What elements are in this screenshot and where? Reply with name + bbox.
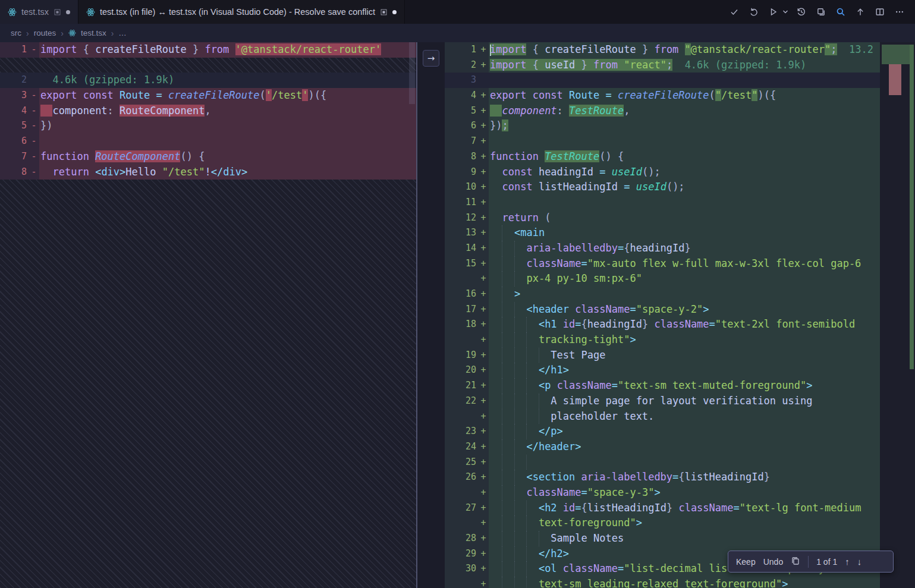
code-text[interactable]: <main — [489, 225, 880, 241]
line-number[interactable] — [445, 409, 478, 425]
line-number[interactable]: 30 — [445, 561, 478, 577]
line-number[interactable]: 5 — [445, 103, 478, 119]
code-line[interactable]: 10+const listHeadingId = useId(); — [445, 180, 880, 195]
code-text[interactable] — [489, 73, 880, 88]
code-line[interactable]: +className="space-y-3"> — [445, 485, 880, 501]
tab-test-tsx[interactable]: test.tsx — [0, 0, 78, 24]
code-text[interactable] — [489, 195, 880, 210]
line-number[interactable]: 29 — [445, 546, 478, 562]
discard-icon[interactable] — [746, 4, 762, 20]
check-icon[interactable] — [727, 4, 742, 20]
code-text[interactable]: import { useId } from "react"; 4.6k (gzi… — [489, 58, 880, 73]
code-text[interactable]: function TestRoute() { — [489, 149, 880, 165]
code-line[interactable]: 5-}) — [0, 118, 416, 134]
code-line[interactable]: 27+<h2 id={listHeadingId} className="tex… — [445, 501, 880, 516]
code-text[interactable] — [489, 134, 880, 149]
line-number[interactable]: 14 — [445, 241, 478, 256]
line-number[interactable] — [445, 332, 478, 348]
undo-button[interactable]: Undo — [763, 557, 783, 567]
code-text[interactable]: </h1> — [489, 363, 880, 378]
code-line[interactable]: 21+<p className="text-sm text-muted-fore… — [445, 378, 880, 394]
split-editor-icon[interactable] — [872, 4, 888, 20]
code-text[interactable]: Sample Notes — [489, 531, 880, 546]
scrollbar-slider[interactable] — [409, 42, 415, 104]
code-line[interactable]: 16+> — [445, 287, 880, 302]
code-text[interactable] — [489, 455, 880, 470]
code-line[interactable]: 8+function TestRoute() { — [445, 149, 880, 165]
line-number[interactable] — [445, 577, 478, 588]
copy-icon[interactable] — [813, 4, 829, 20]
code-text[interactable]: }); — [489, 118, 880, 134]
code-line[interactable]: 24.6k (gzipped: 1.9k) — [0, 73, 416, 88]
line-number[interactable] — [445, 271, 478, 287]
line-number[interactable]: 7 — [0, 149, 29, 165]
line-number[interactable] — [445, 485, 478, 501]
line-number[interactable]: 1 — [445, 42, 478, 58]
code-line[interactable]: 19+Test Page — [445, 348, 880, 363]
code-line[interactable]: 2+import { useId } from "react"; 4.6k (g… — [445, 58, 880, 73]
line-number[interactable]: 5 — [0, 118, 29, 134]
code-text[interactable]: component: RouteComponent, — [39, 103, 416, 119]
code-line[interactable]: 1+import { createFileRoute } from "@tans… — [445, 42, 880, 58]
line-number[interactable]: 17 — [445, 302, 478, 317]
history-icon[interactable] — [794, 4, 809, 20]
code-line[interactable]: +text-sm leading-relaxed text-foreground… — [445, 577, 880, 588]
code-line[interactable]: 14+aria-labelledby={headingId} — [445, 241, 880, 256]
line-number[interactable]: 4 — [445, 88, 478, 103]
code-text[interactable]: return ( — [489, 210, 880, 226]
line-number[interactable]: 20 — [445, 363, 478, 378]
keep-button[interactable]: Keep — [736, 557, 756, 567]
line-number[interactable]: 3 — [445, 73, 478, 88]
line-number[interactable]: 28 — [445, 531, 478, 546]
line-number[interactable]: 6 — [0, 134, 29, 149]
unsaved-dot[interactable] — [66, 10, 70, 14]
line-number[interactable]: 6 — [445, 118, 478, 134]
editor-square-icon[interactable] — [380, 8, 388, 16]
code-text[interactable]: aria-labelledby={headingId} — [489, 241, 880, 256]
code-text[interactable]: text-foreground"> — [489, 515, 880, 531]
code-text[interactable]: </p> — [489, 424, 880, 439]
code-line[interactable]: 24+</header> — [445, 439, 880, 455]
code-line[interactable]: 22+A simple page for layout verification… — [445, 394, 880, 409]
code-line[interactable]: 18+<h1 id={headingId} className="text-2x… — [445, 317, 880, 332]
code-line[interactable]: 25+ — [445, 455, 880, 470]
line-number[interactable]: 8 — [0, 165, 29, 180]
line-number[interactable]: 12 — [445, 210, 478, 226]
code-text[interactable]: <h1 id={headingId} className="text-2xl f… — [489, 317, 880, 332]
code-text[interactable] — [39, 134, 416, 149]
code-text[interactable]: className="space-y-3"> — [489, 485, 880, 501]
line-number[interactable]: 15 — [445, 256, 478, 272]
line-number[interactable]: 10 — [445, 180, 478, 195]
code-text[interactable]: text-sm leading-relaxed text-foreground"… — [489, 577, 880, 588]
code-text[interactable]: export const Route = createFileRoute("/t… — [489, 88, 880, 103]
more-icon[interactable] — [892, 4, 907, 20]
code-text[interactable]: function RouteComponent() { — [39, 149, 416, 165]
breadcrumb-item-src[interactable]: src — [11, 29, 21, 37]
code-text[interactable]: tracking-tight"> — [489, 332, 880, 348]
line-number[interactable]: 9 — [445, 165, 478, 180]
overview-ruler[interactable] — [880, 42, 915, 588]
previous-conflict-arrow[interactable]: ↑ — [845, 556, 850, 567]
code-text[interactable]: </header> — [489, 439, 880, 455]
copy-icon[interactable] — [791, 556, 800, 567]
breadcrumb-item-file[interactable]: test.tsx — [81, 29, 106, 37]
line-number[interactable]: 21 — [445, 378, 478, 394]
line-number[interactable]: 26 — [445, 470, 478, 485]
code-line[interactable]: 13+<main — [445, 225, 880, 241]
breadcrumb-item-routes[interactable]: routes — [34, 29, 56, 37]
line-number[interactable]: 19 — [445, 348, 478, 363]
code-line[interactable]: +text-foreground"> — [445, 515, 880, 531]
code-line[interactable]: 23+</p> — [445, 424, 880, 439]
code-line[interactable]: 4+export const Route = createFileRoute("… — [445, 88, 880, 103]
code-text[interactable]: return <div>Hello "/test"!</div> — [39, 165, 416, 180]
code-line[interactable]: 7+ — [445, 134, 880, 149]
code-line[interactable]: 3-export const Route = createFileRoute('… — [0, 88, 416, 103]
code-line[interactable]: 20+</h1> — [445, 363, 880, 378]
apply-change-arrow-button[interactable]: → — [423, 50, 439, 67]
line-number[interactable]: 2 — [445, 58, 478, 73]
code-line[interactable]: 11+ — [445, 195, 880, 210]
search-icon[interactable] — [833, 4, 848, 20]
code-line[interactable]: 3 — [445, 73, 880, 88]
code-text[interactable]: import { createFileRoute } from '@tansta… — [39, 42, 416, 58]
code-text[interactable]: <section aria-labelledby={listHeadingId} — [489, 470, 880, 485]
